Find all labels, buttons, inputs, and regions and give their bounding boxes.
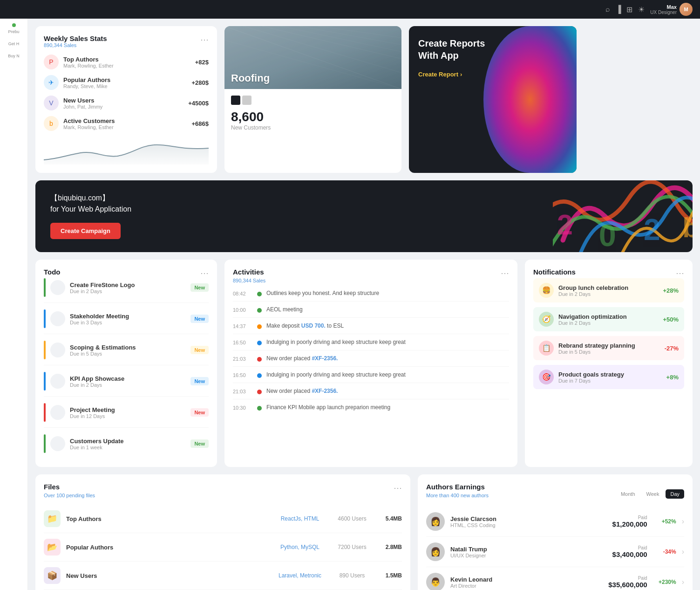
file-name-0: Top Authors (66, 515, 266, 522)
activity-text-0: Outlines keep you honest. And keep struc… (266, 290, 509, 296)
side-panel-item-buyn[interactable]: Buy N (8, 54, 20, 58)
activities-menu[interactable]: ⋯ (501, 268, 509, 278)
file-item-2: 📦 New Users Laravel, Metronic 890 Users … (44, 562, 402, 590)
files-title: Files (44, 483, 95, 491)
activity-dot-0 (257, 292, 262, 296)
file-name-1: Popular Authors (66, 544, 266, 551)
author-arrow-2[interactable]: › (682, 578, 684, 586)
side-panel-item-prebu[interactable]: Prebu (8, 23, 19, 34)
tab-day[interactable]: Day (666, 489, 684, 499)
activity-item-4: 21:03 New order placed #XF-2356. (233, 355, 509, 367)
notif-icon-2: 📋 (539, 341, 554, 356)
activity-text-6: New order placed #XF-2356. (266, 388, 509, 394)
create-campaign-button[interactable]: Create Campaign (50, 223, 121, 239)
file-tags-0: ReactJs, HTML (272, 515, 328, 522)
todo-bar-2 (44, 341, 46, 359)
author-change-0: +52% (653, 518, 676, 525)
files-menu[interactable]: ⋯ (394, 483, 402, 493)
active-customers-icon: b (44, 116, 59, 131)
activity-item-5: 16:50 Indulging in poorly driving and ke… (233, 371, 509, 383)
authors-sub: More than 400 new authors (426, 493, 489, 498)
stat-popular-authors: ✈ Popular Authors Randy, Steve, Mike +28… (44, 75, 209, 90)
author-arrow-1[interactable]: › (682, 548, 684, 556)
stat-top-authors: P Top Authors Mark, Rowling, Esther +82$ (44, 55, 209, 69)
file-item-1: 📂 Popular Authors Python, MySQL 7200 Use… (44, 533, 402, 562)
activity-text-1: AEOL meeting (266, 306, 509, 313)
activity-item-3: 16:50 Indulging in poorly driving and ke… (233, 339, 509, 350)
todo-name-3: KPI App Showcase (70, 375, 186, 382)
todo-bar-5 (44, 434, 46, 453)
todo-bar-3 (44, 372, 46, 391)
notifications-title: Notifications (533, 268, 576, 276)
brightness-icon[interactable]: ☀ (638, 5, 645, 14)
grid-icon[interactable]: ⊞ (626, 5, 632, 14)
activity-link-2[interactable]: USD 700. (301, 322, 326, 329)
create-report-link[interactable]: Create Report › (418, 71, 567, 78)
popular-authors-sub: Randy, Steve, Mike (63, 83, 187, 89)
activity-time-2: 14:37 (233, 322, 252, 329)
activity-time-1: 10:00 (233, 306, 252, 313)
todo-circle-1 (50, 311, 65, 326)
weekly-sales-sub: 890,344 Sales (44, 42, 107, 48)
todo-name-4: Project Meeting (70, 406, 186, 413)
file-icon-0: 📁 (44, 510, 61, 527)
tab-month[interactable]: Month (616, 489, 640, 499)
weekly-sales-menu[interactable]: ⋯ (200, 34, 209, 45)
todo-badge-3: New (190, 377, 209, 385)
activity-link-4[interactable]: #XF-2356. (312, 355, 338, 362)
activity-dot-3 (257, 341, 262, 345)
authors-header: Authors Earnings More than 400 new autho… (426, 483, 684, 505)
todo-menu[interactable]: ⋯ (200, 268, 209, 278)
activity-item-0: 08:42 Outlines keep you honest. And keep… (233, 290, 509, 302)
author-name-1: Natali Trump (450, 546, 595, 553)
author-change-2: +230% (653, 579, 676, 585)
avatar[interactable]: M (680, 3, 693, 16)
active-customers-name: Active Customers (63, 117, 187, 124)
content-area: Weekly Sales Stats 890,344 Sales ⋯ P Top… (28, 19, 700, 590)
notif-title-1: Navigation optimization (558, 313, 658, 320)
activity-time-0: 08:42 (233, 290, 252, 296)
activity-time-7: 10:30 (233, 404, 252, 411)
user-role: UX Designer (650, 10, 677, 15)
user-info[interactable]: Max UX Designer M (650, 3, 693, 16)
top-authors-name: Top Authors (63, 56, 190, 63)
notif-value-1: +50% (663, 316, 679, 323)
top-authors-icon: P (44, 55, 59, 69)
new-customers-value: 8,600 (231, 110, 395, 124)
search-icon[interactable]: ⌕ (605, 5, 610, 14)
arrow-right-icon: › (460, 71, 462, 78)
roofing-image: Roofing (224, 26, 401, 89)
todo-circle-3 (50, 374, 65, 389)
notifications-menu[interactable]: ⋯ (676, 268, 684, 278)
authors-earnings-card: Authors Earnings More than 400 new autho… (418, 474, 693, 590)
activities-title: Activities (233, 268, 265, 276)
author-arrow-0[interactable]: › (682, 517, 684, 526)
todo-item-5: Customers Update Due in 1 week New (44, 434, 209, 459)
notif-value-2: -27% (665, 345, 679, 352)
todo-badge-1: New (190, 315, 209, 323)
active-customers-sub: Mark, Rowling, Esther (63, 124, 187, 130)
notifications-card: Notifications ⋯ 🍔 Group lunch celebratio… (525, 260, 693, 467)
period-tabs: Month Week Day (616, 489, 684, 499)
activity-text-4: New order placed #XF-2356. (266, 355, 509, 362)
activity-text-5: Indulging in poorly driving and keep str… (266, 371, 509, 378)
author-paid-label-2: Paid (601, 576, 647, 581)
activity-time-5: 16:50 (233, 371, 252, 378)
user-name: Max (650, 4, 677, 10)
author-item-1: 👩 Natali Trump UI/UX Designer Paid $3,40… (426, 537, 684, 567)
activity-item-7: 10:30 Finance KPI Mobile app launch prep… (233, 404, 509, 415)
files-sub: Over 100 pending files (44, 493, 95, 498)
new-users-name: New Users (63, 97, 183, 104)
author-avatar-1: 👩 (426, 542, 445, 561)
top-authors-sub: Mark, Rowling, Esther (63, 63, 190, 69)
stat-new-users: V New Users John, Pat, Jimmy +4500$ (44, 96, 209, 110)
notif-due-3: Due in 7 Days (558, 378, 662, 384)
topbar: ⌕ ▐ ⊞ ☀ Max UX Designer M (0, 0, 700, 19)
todo-due-0: Due in 2 Days (70, 288, 186, 294)
tab-week[interactable]: Week (642, 489, 664, 499)
activity-link-6[interactable]: #XF-2356. (312, 388, 338, 394)
sales-chart (44, 137, 209, 165)
notif-value-0: +28% (663, 287, 679, 294)
side-panel-item-geth[interactable]: Get H (8, 41, 20, 46)
todo-circle-2 (50, 343, 65, 357)
